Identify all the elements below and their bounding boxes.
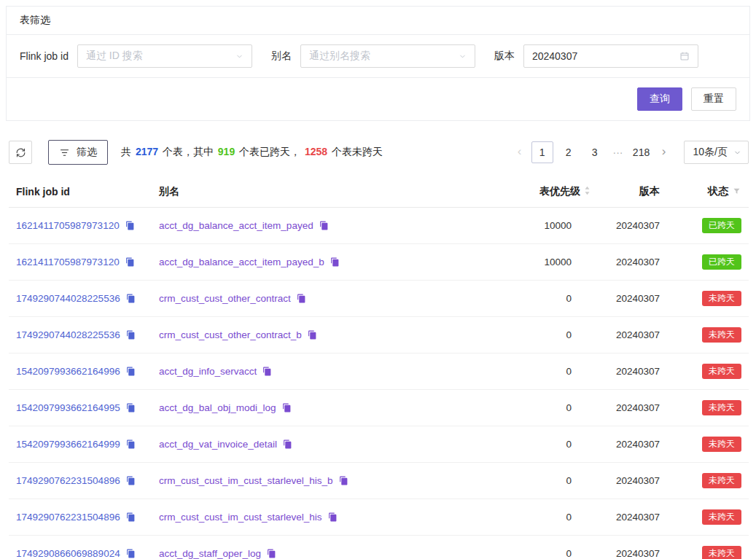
job-id-link[interactable]: 1749290866069889024 bbox=[16, 548, 120, 559]
status-badge: 已跨天 bbox=[702, 218, 741, 233]
version-cell: 20240307 bbox=[598, 499, 667, 536]
version-date-value: 20240307 bbox=[532, 50, 577, 62]
col-header-jobid: Flink job id bbox=[9, 176, 152, 208]
filter-panel: 表筛选 Flink job id 通过 ID 搜索 别名 通过别名搜索 版本 bbox=[6, 6, 750, 121]
alias-field-label: 别名 bbox=[271, 50, 292, 63]
calendar-icon bbox=[679, 51, 690, 61]
col-header-priority: 表优先级 bbox=[488, 176, 598, 208]
priority-cell: 0 bbox=[488, 536, 598, 559]
copy-icon[interactable] bbox=[282, 403, 292, 413]
copy-icon[interactable] bbox=[125, 221, 135, 230]
copy-icon[interactable] bbox=[330, 257, 340, 267]
pagination-top: ‹ 1 2 3 ··· 218 › bbox=[510, 141, 674, 163]
jobid-select-placeholder: 通过 ID 搜索 bbox=[86, 50, 143, 63]
copy-icon[interactable] bbox=[297, 294, 306, 303]
filter-button[interactable]: 筛选 bbox=[48, 140, 108, 165]
job-id-link[interactable]: 1749290762231504896 bbox=[16, 475, 120, 486]
page-item-3[interactable]: 3 bbox=[584, 141, 606, 163]
page-item-2[interactable]: 2 bbox=[558, 141, 580, 163]
copy-icon[interactable] bbox=[267, 549, 276, 558]
status-badge: 未跨天 bbox=[702, 437, 741, 452]
copy-icon[interactable] bbox=[126, 330, 136, 340]
version-field: 版本 20240307 bbox=[494, 44, 698, 68]
alias-link[interactable]: crm_cust_cust_other_contract_b bbox=[159, 329, 302, 340]
job-id-link[interactable]: 1542097993662164996 bbox=[16, 366, 120, 377]
table-row: 1749290866069889024 acct_dg_staff_oper_l… bbox=[9, 536, 749, 559]
alias-link[interactable]: acct_dg_staff_oper_log bbox=[159, 548, 261, 559]
job-id-link[interactable]: 1542097993662164999 bbox=[16, 439, 120, 450]
page-size-select-top[interactable]: 10条/页 bbox=[684, 141, 749, 164]
copy-icon[interactable] bbox=[308, 330, 317, 340]
job-id-link[interactable]: 1749290744028225536 bbox=[16, 293, 120, 304]
filter-button-label: 筛选 bbox=[77, 146, 97, 159]
copy-icon[interactable] bbox=[339, 476, 348, 485]
jobid-field-label: Flink job id bbox=[20, 50, 69, 62]
job-id-link[interactable]: 1749290762231504896 bbox=[16, 512, 120, 523]
summary-crossed-count: 919 bbox=[218, 146, 235, 157]
summary-mid2: 个表已跨天， bbox=[236, 146, 303, 157]
version-cell: 20240307 bbox=[598, 390, 667, 426]
copy-icon[interactable] bbox=[328, 512, 338, 522]
alias-link[interactable]: acct_dg_balance_acct_item_payed_b bbox=[159, 257, 324, 267]
job-id-link[interactable]: 1621411705987973120 bbox=[16, 257, 120, 267]
copy-icon[interactable] bbox=[126, 549, 136, 558]
job-id-link[interactable]: 1542097993662164995 bbox=[16, 402, 120, 413]
copy-icon[interactable] bbox=[319, 221, 329, 230]
table-row: 1542097993662164995 acct_dg_bal_obj_modi… bbox=[9, 390, 749, 426]
alias-link[interactable]: acct_dg_balance_acct_item_payed bbox=[159, 220, 313, 231]
version-cell: 20240307 bbox=[598, 426, 667, 463]
copy-icon[interactable] bbox=[126, 512, 136, 522]
table-row: 1621411705987973120 acct_dg_balance_acct… bbox=[9, 208, 749, 244]
copy-icon[interactable] bbox=[125, 257, 135, 267]
page-item-last[interactable]: 218 bbox=[631, 141, 652, 163]
status-badge: 未跨天 bbox=[702, 327, 741, 343]
copy-icon[interactable] bbox=[283, 439, 292, 449]
alias-link[interactable]: crm_cust_cust_im_cust_starlevel_his_b bbox=[159, 475, 333, 486]
copy-icon[interactable] bbox=[126, 439, 136, 449]
chevron-down-icon bbox=[459, 52, 467, 60]
filter-fields-row: Flink job id 通过 ID 搜索 别名 通过别名搜索 版本 20240… bbox=[7, 35, 749, 77]
table-header-row: Flink job id 别名 表优先级 版本 状态 bbox=[9, 176, 749, 208]
alias-field: 别名 通过别名搜索 bbox=[271, 44, 475, 68]
table-row: 1542097993662164999 acct_dg_vat_invoice_… bbox=[9, 426, 749, 463]
copy-icon[interactable] bbox=[126, 367, 136, 376]
refresh-icon bbox=[15, 147, 26, 158]
col-header-status: 状态 bbox=[667, 176, 749, 208]
next-page-button[interactable]: › bbox=[655, 141, 674, 163]
copy-icon[interactable] bbox=[126, 476, 136, 485]
priority-cell: 0 bbox=[488, 317, 598, 353]
alias-select[interactable]: 通过别名搜索 bbox=[300, 44, 475, 68]
version-cell: 20240307 bbox=[598, 353, 667, 390]
version-cell: 20240307 bbox=[598, 281, 667, 317]
job-id-link[interactable]: 1749290744028225536 bbox=[16, 329, 120, 340]
page-ellipsis[interactable]: ··· bbox=[608, 146, 628, 158]
copy-icon[interactable] bbox=[262, 367, 272, 376]
copy-icon[interactable] bbox=[126, 403, 136, 413]
alias-link[interactable]: crm_cust_cust_other_contract bbox=[159, 293, 291, 304]
priority-cell: 0 bbox=[488, 281, 598, 317]
page-item-1[interactable]: 1 bbox=[531, 141, 553, 163]
table-toolbar: 筛选 共 2177 个表，其中 919 个表已跨天， 1258 个表未跨天 ‹ … bbox=[9, 140, 749, 165]
priority-cell: 0 bbox=[488, 426, 598, 463]
summary-total-count: 2177 bbox=[136, 146, 158, 157]
filter-lines-icon bbox=[59, 147, 70, 158]
alias-link[interactable]: acct_dg_info_servacct bbox=[159, 366, 257, 377]
jobid-select[interactable]: 通过 ID 搜索 bbox=[77, 44, 252, 68]
table-row: 1749290744028225536 crm_cust_cust_other_… bbox=[9, 317, 749, 353]
alias-link[interactable]: acct_dg_vat_invoice_detail bbox=[159, 439, 277, 450]
job-id-link[interactable]: 1621411705987973120 bbox=[16, 220, 120, 231]
version-date-input[interactable]: 20240307 bbox=[523, 44, 698, 68]
reset-button[interactable]: 重置 bbox=[691, 87, 736, 111]
query-button[interactable]: 查询 bbox=[637, 87, 682, 111]
copy-icon[interactable] bbox=[126, 294, 136, 303]
alias-link[interactable]: acct_dg_bal_obj_modi_log bbox=[159, 402, 276, 413]
filter-funnel-icon[interactable] bbox=[732, 187, 741, 196]
jobid-field: Flink job id 通过 ID 搜索 bbox=[20, 44, 252, 68]
filter-panel-title: 表筛选 bbox=[7, 7, 749, 35]
col-header-status-label: 状态 bbox=[708, 185, 728, 197]
refresh-button[interactable] bbox=[9, 141, 32, 164]
sort-icon[interactable] bbox=[584, 185, 591, 196]
summary-prefix: 共 bbox=[121, 146, 134, 157]
prev-page-button[interactable]: ‹ bbox=[510, 141, 529, 163]
alias-link[interactable]: crm_cust_cust_im_cust_starlevel_his bbox=[159, 512, 322, 523]
